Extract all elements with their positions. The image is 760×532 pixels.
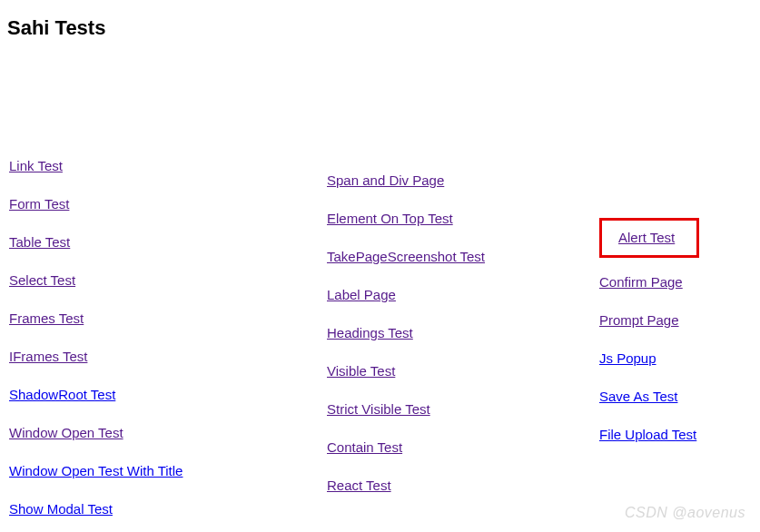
page-title: Sahi Tests [0, 0, 760, 40]
confirm-page[interactable]: Confirm Page [599, 274, 683, 291]
form-test[interactable]: Form Test [9, 196, 69, 212]
highlighted-box: Alert Test [599, 218, 699, 258]
strict-visible-test[interactable]: Strict Visible Test [327, 401, 430, 418]
take-page-screenshot-test[interactable]: TakePageScreenshot Test [327, 249, 485, 265]
column-3: Alert Test Confirm Page Prompt Page Js P… [599, 158, 699, 532]
contain-test[interactable]: Contain Test [327, 439, 402, 456]
link-columns: Link Test Form Test Table Test Select Te… [0, 40, 760, 532]
react-test[interactable]: React Test [327, 478, 391, 494]
label-page[interactable]: Label Page [327, 287, 396, 303]
headings-test[interactable]: Headings Test [327, 325, 413, 341]
iframes-test[interactable]: IFrames Test [9, 349, 87, 365]
span-and-div-page[interactable]: Span and Div Page [327, 172, 444, 189]
link-test[interactable]: Link Test [9, 158, 63, 174]
column-1: Link Test Form Test Table Test Select Te… [9, 158, 327, 532]
js-popup[interactable]: Js Popup [599, 350, 656, 367]
file-upload-test[interactable]: File Upload Test [599, 427, 696, 443]
visible-test[interactable]: Visible Test [327, 363, 395, 379]
element-on-top-test[interactable]: Element On Top Test [327, 211, 453, 227]
show-modal-test[interactable]: Show Modal Test [9, 501, 113, 517]
alert-test[interactable]: Alert Test [618, 230, 675, 245]
select-test[interactable]: Select Test [9, 272, 75, 289]
frames-test[interactable]: Frames Test [9, 310, 84, 327]
window-open-test-with-title[interactable]: Window Open Test With Title [9, 463, 183, 479]
table-test[interactable]: Table Test [9, 234, 70, 251]
window-open-test[interactable]: Window Open Test [9, 425, 123, 441]
column-2: Span and Div Page Element On Top Test Ta… [327, 158, 599, 532]
shadowroot-test[interactable]: ShadowRoot Test [9, 387, 115, 403]
save-as-test[interactable]: Save As Test [599, 389, 677, 405]
prompt-page[interactable]: Prompt Page [599, 312, 679, 329]
